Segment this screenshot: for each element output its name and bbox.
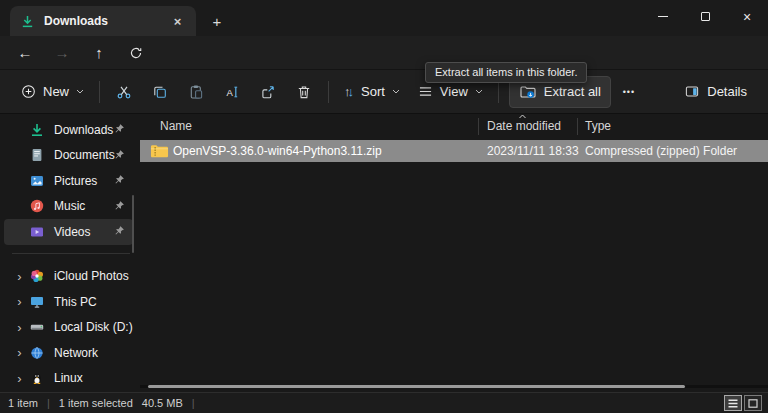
sidebar-item-pictures[interactable]: Pictures [4,168,133,194]
rename-icon: A [224,84,240,100]
chevron-right-icon[interactable]: › [10,269,29,284]
delete-button[interactable] [286,76,322,108]
sort-button[interactable]: ↑↓ Sort [335,76,409,108]
details-view-button[interactable] [724,395,742,411]
plus-circle-icon [21,84,36,99]
sidebar-item-label: Pictures [54,174,97,188]
maximize-button[interactable] [684,0,726,33]
toolbar-separator [328,81,329,103]
column-headers: Name Date modified Type [140,114,768,138]
refresh-icon [129,46,143,60]
sidebar-item-label: Local Disk (D:) [54,320,133,334]
copy-icon [152,84,168,100]
share-button[interactable] [250,76,286,108]
sidebar-item-music[interactable]: Music [4,194,133,220]
share-icon [260,84,276,100]
sidebar-item-videos[interactable]: Videos [4,219,133,245]
extract-folder-icon [519,84,537,100]
file-list-pane: Name Date modified Type OpenVSP-3.36.0-w… [140,114,768,392]
sidebar-separator [12,253,130,254]
forward-button[interactable]: → [47,39,77,66]
command-bar: New A [0,69,768,114]
icons-view-button[interactable] [744,395,762,411]
music-icon [29,198,45,214]
new-button[interactable]: New [12,76,93,108]
cut-button[interactable] [106,76,142,108]
drive-icon [29,319,45,335]
sidebar-item-icloud-photos[interactable]: › iCloud Photos [4,264,133,290]
linux-icon [29,370,45,386]
column-header-type[interactable]: Type [585,119,611,133]
column-separator[interactable] [478,118,479,135]
pin-icon [114,174,125,185]
zip-folder-icon [150,143,169,159]
chevron-down-icon [76,89,84,94]
column-header-date-modified[interactable]: Date modified [487,119,561,133]
title-bar: Downloads × + × [0,0,768,36]
sidebar-item-label: Network [54,346,98,360]
pin-icon [114,225,125,236]
sidebar-item-this-pc[interactable]: › This PC [4,289,133,315]
chevron-down-icon [475,89,483,94]
details-pane-icon [684,84,700,99]
tab-title: Downloads [44,14,108,28]
chevron-right-icon[interactable]: › [10,371,29,386]
chevron-right-icon[interactable]: › [10,320,29,335]
minimize-button[interactable] [642,0,684,33]
item-count: 1 item [8,397,38,409]
icloud-photos-icon [29,268,45,284]
sidebar-item-downloads[interactable]: Downloads [4,117,133,143]
tab-close-icon[interactable]: × [169,13,186,30]
file-name: OpenVSP-3.36.0-win64-Python3.11.zip [173,144,382,158]
chevron-down-icon [392,89,400,94]
see-more-button[interactable]: ••• [611,76,647,108]
network-icon [29,345,45,361]
close-icon: × [743,10,751,24]
sidebar-item-linux[interactable]: › Linux [4,366,133,392]
copy-button[interactable] [142,76,178,108]
status-bar: 1 item | 1 item selected 40.5 MB | [0,392,768,413]
navigation-bar: ← → ↑ › Downloads › Search Downloads [0,36,768,69]
svg-text:A: A [227,86,234,97]
horizontal-scrollbar-thumb[interactable] [148,385,685,388]
sidebar-item-network[interactable]: › Network [4,340,133,366]
file-row-selected[interactable]: OpenVSP-3.36.0-win64-Python3.11.zip 2023… [140,140,768,162]
up-button[interactable]: ↑ [84,39,114,66]
column-header-name[interactable]: Name [160,119,192,133]
refresh-button[interactable] [121,39,151,66]
sidebar-item-local-disk-d[interactable]: › Local Disk (D:) [4,315,133,341]
new-tab-button[interactable]: + [205,9,229,33]
extract-all-tooltip: Extract all items in this folder. [425,62,587,83]
pin-icon [114,200,125,211]
sidebar-item-label: Music [54,199,85,213]
sort-button-label: Sort [361,84,385,99]
videos-icon [29,224,45,240]
download-icon [20,14,35,29]
tab-downloads[interactable]: Downloads × [10,6,196,36]
extract-all-label: Extract all [544,84,601,99]
close-button[interactable]: × [726,0,768,33]
sidebar-item-label: This PC [54,295,97,309]
toolbar-separator [498,81,499,103]
new-button-label: New [43,84,69,99]
pictures-icon [29,173,45,189]
icons-view-icon [748,399,758,408]
details-pane-label: Details [707,84,747,99]
details-view-icon [728,399,738,408]
toolbar-separator [99,81,100,103]
file-date-modified: 2023/11/11 18:33 [487,144,579,158]
sidebar-item-label: Linux [54,371,83,385]
navigation-pane: Downloads Documents Pictures [0,114,140,392]
sidebar-item-documents[interactable]: Documents [4,143,133,169]
rename-button[interactable]: A [214,76,250,108]
paste-button[interactable] [178,76,214,108]
column-separator[interactable] [577,118,578,135]
chevron-right-icon[interactable]: › [10,345,29,360]
chevron-right-icon[interactable]: › [10,294,29,309]
file-explorer-window: Downloads × + × ← → ↑ › Downloads [0,0,768,413]
selection-count: 1 item selected [59,397,133,409]
selection-size: 40.5 MB [142,397,183,409]
details-pane-button[interactable]: Details [675,76,756,108]
sidebar-scrollbar[interactable] [132,195,134,253]
back-button[interactable]: ← [10,39,40,66]
